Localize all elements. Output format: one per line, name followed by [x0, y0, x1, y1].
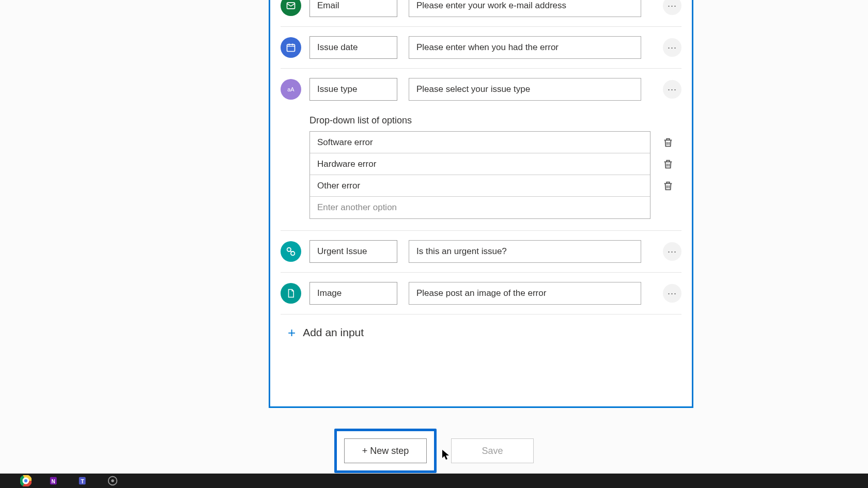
- svg-text:T: T: [81, 479, 85, 484]
- input-desc-issue-date[interactable]: Please enter when you had the error: [409, 36, 641, 59]
- toggle-icon: [281, 241, 301, 262]
- input-desc-image[interactable]: Please post an image of the error: [409, 282, 641, 305]
- input-desc-email[interactable]: Please enter your work e-mail address: [409, 0, 641, 17]
- ellipsis-icon: ···: [668, 84, 677, 95]
- dropdown-option[interactable]: Software error: [310, 132, 650, 153]
- more-button-issue-date[interactable]: ···: [663, 38, 681, 57]
- input-desc-urgent[interactable]: Is this an urgent issue?: [409, 240, 641, 263]
- delete-option-button[interactable]: [662, 159, 674, 170]
- add-input-button[interactable]: + Add an input: [281, 314, 681, 343]
- ellipsis-icon: ···: [668, 1, 677, 11]
- dropdown-option-text: Hardware error: [317, 159, 376, 169]
- dropdown-add-option[interactable]: Enter another option: [310, 197, 650, 218]
- input-name-issue-type[interactable]: Issue type: [309, 78, 397, 101]
- more-button-email[interactable]: ···: [663, 0, 681, 15]
- svg-point-4: [291, 251, 295, 255]
- ellipsis-icon: ···: [668, 246, 677, 257]
- input-name-urgent[interactable]: Urgent Issue: [309, 240, 397, 263]
- save-button[interactable]: Save: [451, 438, 534, 463]
- action-buttons: + New step Save: [0, 429, 868, 473]
- dropdown-option-text: Other error: [317, 181, 360, 191]
- new-step-button[interactable]: + New step: [344, 438, 427, 463]
- dropdown-list: Software error Hardware error Other erro…: [309, 131, 650, 219]
- onenote-icon[interactable]: N: [48, 474, 62, 488]
- plus-icon: +: [288, 326, 296, 339]
- more-button-urgent[interactable]: ···: [663, 242, 681, 261]
- delete-option-button[interactable]: [662, 137, 674, 148]
- input-row-image: Image Please post an image of the error …: [281, 273, 681, 314]
- chrome-icon[interactable]: [19, 474, 33, 488]
- svg-rect-1: [287, 44, 295, 51]
- calendar-icon: [281, 37, 301, 58]
- delete-option-button[interactable]: [662, 180, 674, 192]
- trigger-card: Email Please enter your work e-mail addr…: [269, 0, 693, 408]
- input-row-issue-date: Issue date Please enter when you had the…: [281, 27, 681, 69]
- input-name-image[interactable]: Image: [309, 282, 397, 305]
- svg-point-16: [111, 479, 114, 482]
- dropdown-add-option-text: Enter another option: [317, 202, 397, 213]
- ellipsis-icon: ···: [668, 42, 677, 53]
- more-button-image[interactable]: ···: [663, 284, 681, 303]
- dropdown-option[interactable]: Other error: [310, 175, 650, 197]
- taskbar: N T: [0, 474, 868, 488]
- dropdown-option[interactable]: Hardware error: [310, 153, 650, 175]
- input-name-issue-date[interactable]: Issue date: [309, 36, 397, 59]
- ellipsis-icon: ···: [668, 288, 677, 299]
- dropdown-option-text: Software error: [317, 137, 373, 148]
- email-icon: [281, 0, 301, 16]
- file-icon: [281, 283, 301, 304]
- highlight-frame: + New step: [334, 429, 437, 473]
- dropdown-section: Drop-down list of options Software error…: [281, 109, 681, 221]
- input-row-email: Email Please enter your work e-mail addr…: [281, 0, 681, 27]
- add-input-label: Add an input: [303, 326, 364, 339]
- input-name-email[interactable]: Email: [309, 0, 397, 17]
- svg-text:N: N: [52, 479, 55, 484]
- dropdown-label: Drop-down list of options: [309, 115, 681, 126]
- more-button-issue-type[interactable]: ···: [663, 80, 681, 99]
- teams-icon[interactable]: T: [76, 474, 91, 488]
- app-icon[interactable]: [105, 474, 120, 488]
- text-icon: aA: [281, 79, 301, 100]
- input-desc-issue-type[interactable]: Please select your issue type: [409, 78, 641, 101]
- svg-text:aA: aA: [287, 86, 295, 92]
- svg-point-3: [287, 248, 291, 251]
- input-row-issue-type: aA Issue type Please select your issue t…: [281, 69, 681, 231]
- input-row-urgent: Urgent Issue Is this an urgent issue? ··…: [281, 231, 681, 273]
